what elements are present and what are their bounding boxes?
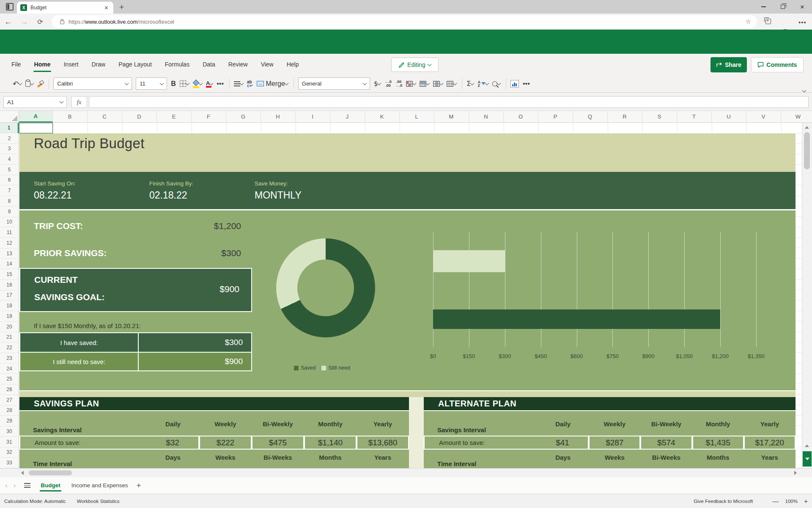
more-font-options-button[interactable]: ••• bbox=[217, 77, 224, 90]
font-size-select[interactable]: 11 bbox=[136, 77, 167, 90]
row-header-20[interactable]: 20 bbox=[0, 322, 19, 332]
browser-menu-icon[interactable]: ••• bbox=[798, 19, 807, 26]
merge-button[interactable]: ↔ Merge bbox=[257, 77, 288, 90]
row-header-15[interactable]: 15 bbox=[0, 269, 19, 280]
column-header-I[interactable]: I bbox=[296, 111, 330, 122]
column-header-N[interactable]: N bbox=[469, 111, 504, 122]
column-header-D[interactable]: D bbox=[122, 111, 157, 122]
column-header-F[interactable]: F bbox=[192, 111, 226, 122]
column-header-T[interactable]: T bbox=[677, 111, 712, 122]
share-button[interactable]: Share bbox=[710, 57, 747, 72]
feedback-link[interactable]: Give Feedback to Microsoft bbox=[694, 499, 753, 504]
decrease-decimal-button[interactable]: ←.0.00 bbox=[384, 77, 392, 90]
row-header-25[interactable]: 25 bbox=[0, 374, 19, 384]
column-header-V[interactable]: V bbox=[746, 111, 781, 122]
borders-button[interactable] bbox=[180, 77, 189, 90]
row-header-28[interactable]: 28 bbox=[0, 406, 19, 416]
url-field[interactable]: https://www.outlook.live.com/microsoftex… bbox=[52, 15, 757, 28]
tab-close-icon[interactable]: ✕ bbox=[103, 5, 110, 11]
ribbon-tab-page-layout[interactable]: Page Layout bbox=[118, 55, 153, 74]
ribbon-tab-help[interactable]: Help bbox=[286, 55, 300, 74]
row-header-7[interactable]: 7 bbox=[0, 185, 19, 196]
row-header-11[interactable]: 11 bbox=[0, 227, 19, 238]
ribbon-tab-formulas[interactable]: Formulas bbox=[164, 55, 190, 74]
ribbon-tab-draw[interactable]: Draw bbox=[91, 55, 106, 74]
scroll-left-icon[interactable] bbox=[21, 471, 24, 475]
workbook-statistics[interactable]: Workbook Statistics bbox=[77, 499, 120, 504]
scroll-down-accent-button[interactable] bbox=[803, 451, 812, 467]
fx-icon[interactable]: fx bbox=[71, 96, 87, 108]
formula-input[interactable] bbox=[89, 96, 809, 108]
format-as-table-button[interactable] bbox=[420, 77, 429, 90]
conditional-formatting-button[interactable] bbox=[406, 77, 416, 90]
sort-filter-button[interactable]: AZ bbox=[477, 77, 488, 90]
row-header-26[interactable]: 26 bbox=[0, 384, 19, 395]
row-header-10[interactable]: 10 bbox=[0, 217, 19, 228]
select-all-corner[interactable] bbox=[0, 111, 19, 122]
row-header-1[interactable]: 1 bbox=[0, 123, 19, 133]
row-header-9[interactable]: 9 bbox=[0, 207, 19, 217]
insert-table-button[interactable] bbox=[447, 77, 456, 90]
sheet-tab-income-and-expenses[interactable]: Income and Expenses bbox=[71, 478, 129, 493]
scroll-up-icon[interactable] bbox=[805, 444, 809, 447]
cell-styles-button[interactable] bbox=[433, 77, 443, 90]
column-header-C[interactable]: C bbox=[88, 111, 122, 122]
row-header-27[interactable]: 27 bbox=[0, 395, 19, 406]
column-header-J[interactable]: J bbox=[330, 111, 365, 122]
column-header-G[interactable]: G bbox=[226, 111, 261, 122]
row-header-21[interactable]: 21 bbox=[0, 332, 19, 343]
row-header-17[interactable]: 17 bbox=[0, 290, 19, 301]
row-header-29[interactable]: 29 bbox=[0, 416, 19, 426]
calculation-mode[interactable]: Calculation Mode: Automatic bbox=[4, 499, 66, 504]
column-header-L[interactable]: L bbox=[400, 111, 434, 122]
row-header-18[interactable]: 18 bbox=[0, 301, 19, 311]
increase-decimal-button[interactable]: .00→.0 bbox=[395, 77, 403, 90]
maximize-button[interactable] bbox=[773, 0, 793, 14]
editing-mode-button[interactable]: Editing bbox=[391, 58, 439, 72]
row-header-6[interactable]: 6 bbox=[0, 175, 19, 186]
favorites-star-icon[interactable]: ☆ bbox=[746, 18, 751, 25]
alignment-button[interactable] bbox=[234, 77, 243, 90]
column-header-A[interactable]: A bbox=[19, 111, 53, 122]
zoom-in-button[interactable]: + bbox=[800, 497, 812, 505]
row-header-16[interactable]: 16 bbox=[0, 280, 19, 290]
font-name-select[interactable]: Calibri bbox=[53, 77, 132, 90]
row-header-8[interactable]: 8 bbox=[0, 196, 19, 207]
column-header-U[interactable]: U bbox=[712, 111, 746, 122]
row-header-19[interactable]: 19 bbox=[0, 311, 19, 322]
font-color-button[interactable]: A bbox=[206, 77, 213, 90]
row-header-5[interactable]: 5 bbox=[0, 165, 19, 175]
sheet-tab-budget[interactable]: Budget bbox=[40, 478, 61, 493]
collections-icon[interactable] bbox=[765, 19, 771, 24]
undo-button[interactable]: ↶ bbox=[13, 77, 22, 90]
row-header-12[interactable]: 12 bbox=[0, 238, 19, 248]
currency-format-button[interactable]: $ bbox=[374, 77, 381, 90]
back-icon[interactable]: ← bbox=[2, 14, 14, 30]
ribbon-tab-file[interactable]: File bbox=[11, 55, 22, 74]
next-sheet-icon[interactable]: › bbox=[14, 481, 16, 490]
row-header-22[interactable]: 22 bbox=[0, 342, 19, 353]
all-sheets-icon[interactable] bbox=[24, 483, 30, 488]
savings-donut-chart[interactable] bbox=[276, 238, 375, 337]
ribbon-tab-view[interactable]: View bbox=[260, 55, 274, 74]
horizontal-scrollbar[interactable] bbox=[0, 468, 812, 477]
vertical-scroll-thumb[interactable] bbox=[804, 132, 810, 169]
refresh-icon[interactable]: ⟳ bbox=[34, 14, 47, 30]
spreadsheet-grid[interactable]: 1234567891011121314151617181920212223242… bbox=[0, 123, 802, 468]
column-header-O[interactable]: O bbox=[504, 111, 538, 122]
zoom-level[interactable]: 100% bbox=[783, 499, 800, 504]
minimize-button[interactable] bbox=[754, 0, 773, 14]
row-header-4[interactable]: 4 bbox=[0, 154, 19, 165]
forward-icon[interactable]: → bbox=[18, 14, 30, 30]
find-button[interactable] bbox=[492, 77, 500, 90]
column-header-M[interactable]: M bbox=[434, 111, 469, 122]
column-header-P[interactable]: P bbox=[538, 111, 573, 122]
close-button[interactable]: ✕ bbox=[793, 0, 812, 14]
column-header-S[interactable]: S bbox=[642, 111, 677, 122]
column-header-E[interactable]: E bbox=[157, 111, 192, 122]
row-header-31[interactable]: 31 bbox=[0, 437, 19, 447]
number-format-select[interactable]: General bbox=[298, 77, 370, 90]
row-header-23[interactable]: 23 bbox=[0, 353, 19, 364]
zoom-out-button[interactable]: — bbox=[768, 497, 783, 505]
row-header-30[interactable]: 30 bbox=[0, 426, 19, 437]
